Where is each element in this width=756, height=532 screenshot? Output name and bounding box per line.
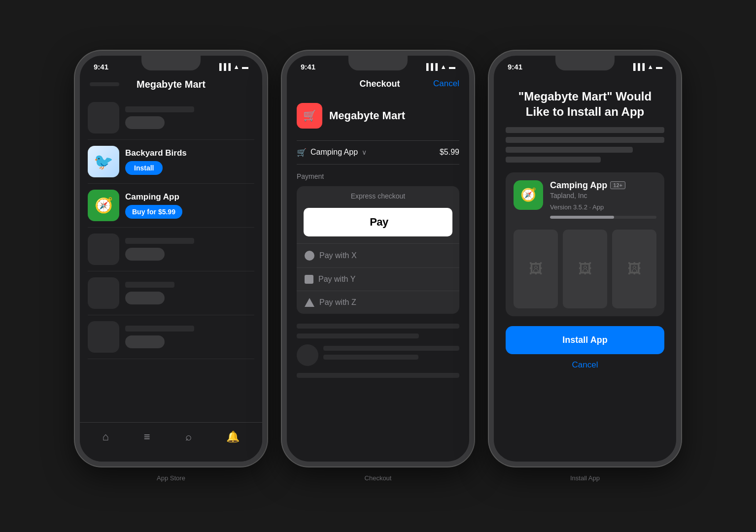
modal-ph-line-4 xyxy=(506,157,601,163)
battery-icon-3: ▬ xyxy=(656,63,662,70)
pay-x-label: Pay with X xyxy=(319,251,357,260)
backyard-birds-name: Backyard Birds xyxy=(125,148,254,158)
status-icons-1: ▐▐▐ ▲ ▬ xyxy=(217,63,248,70)
ph-line-4a xyxy=(125,326,194,332)
phone3-caption: Install App xyxy=(570,474,600,482)
pay-z-icon xyxy=(305,298,314,307)
ph-line-3a xyxy=(125,282,174,288)
app-row-backyard-birds: 🐦 Backyard Birds Install xyxy=(88,140,254,184)
signal-icon-3: ▐▐▐ xyxy=(631,63,645,70)
ph-lines-2 xyxy=(125,238,194,261)
camping-app-info: Camping App Buy for $5.99 xyxy=(125,192,254,219)
checkout-content: 🛒 Megabyte Mart 🛒 Camping App ∨ $5.99 Pa… xyxy=(287,95,469,391)
cancel-button-2[interactable]: Cancel xyxy=(433,79,459,89)
ph-lines-3 xyxy=(125,282,174,304)
pay-x-icon xyxy=(305,251,314,261)
checkout-title: Checkout xyxy=(360,79,400,89)
payment-box: Express checkout Pay Pay with X Pay with… xyxy=(297,186,459,314)
nav-bar-2: Checkout Cancel xyxy=(287,75,469,95)
tab-list[interactable]: ≡ xyxy=(144,431,150,443)
time-3: 9:41 xyxy=(508,63,522,71)
placeholder-row-4 xyxy=(88,315,254,359)
pay-z-label: Pay with Z xyxy=(319,298,356,307)
modal-ph-line-3 xyxy=(506,147,633,153)
apple-pay-text: Pay xyxy=(370,216,388,229)
ph-line-2b xyxy=(125,248,165,261)
modal-cancel-button[interactable]: Cancel xyxy=(506,360,664,370)
install-button[interactable]: Install xyxy=(125,161,163,175)
cart-icon: 🛒 xyxy=(297,148,307,157)
checkout-placeholder xyxy=(297,324,459,378)
cp-row-line-1 xyxy=(323,346,459,351)
modal-ph-line-1 xyxy=(506,127,664,133)
product-row: 🛒 Camping App ∨ $5.99 xyxy=(297,140,459,165)
cp-line-2 xyxy=(297,333,419,338)
app-card-info: Camping App 12+ Tapland, Inc Version 3.5… xyxy=(550,180,656,223)
app-card-rating-fill xyxy=(550,216,614,219)
cp-avatar xyxy=(297,344,318,366)
tab-home[interactable]: ⌂ xyxy=(102,431,108,443)
app-row-camping: 🧭 Camping App Buy for $5.99 xyxy=(88,184,254,228)
phone3: 9:41 ▐▐▐ ▲ ▬ "Megabyte Mart" Would Like … xyxy=(489,51,681,466)
phone1-caption: App Store xyxy=(157,474,185,482)
app-card-rating xyxy=(550,216,656,219)
tab-search[interactable]: ⌕ xyxy=(185,431,192,443)
phone1-wrapper: 9:41 ▐▐▐ ▲ ▬ Megabyte Mart xyxy=(75,51,267,482)
age-badge: 12+ xyxy=(610,181,625,189)
product-left: 🛒 Camping App ∨ xyxy=(297,148,367,157)
placeholder-row-3 xyxy=(88,271,254,315)
wifi-icon-2: ▲ xyxy=(440,63,447,70)
ph-icon-3 xyxy=(88,277,119,309)
ph-line-1b xyxy=(125,116,165,129)
time-2: 9:41 xyxy=(301,63,315,71)
product-name: Camping App xyxy=(310,148,358,157)
pay-option-z[interactable]: Pay with Z xyxy=(297,291,459,314)
backyard-birds-icon: 🐦 xyxy=(88,146,119,177)
modal-ph-lines xyxy=(506,127,664,163)
app-card: 🧭 Camping App 12+ Tapland, Inc Version 3… xyxy=(506,172,664,316)
app-card-header: 🧭 Camping App 12+ Tapland, Inc Version 3… xyxy=(514,180,656,223)
cp-row-lines xyxy=(323,346,459,365)
ph-icon-1 xyxy=(88,102,119,133)
dropdown-icon[interactable]: ∨ xyxy=(362,148,367,156)
ph-lines-4 xyxy=(125,326,194,348)
screenshots: 🖼 🖼 🖼 xyxy=(514,230,656,308)
status-icons-2: ▐▐▐ ▲ ▬ xyxy=(424,63,455,70)
product-price: $5.99 xyxy=(440,148,459,157)
signal-icon: ▐▐▐ xyxy=(217,63,231,70)
status-bar-1: 9:41 ▐▐▐ ▲ ▬ xyxy=(80,56,262,75)
modal-ph-line-2 xyxy=(506,137,664,143)
ph-line-2a xyxy=(125,238,194,244)
store-name: Megabyte Mart xyxy=(329,109,405,122)
pay-y-label: Pay with Y xyxy=(318,275,355,284)
pay-option-x[interactable]: Pay with X xyxy=(297,243,459,267)
phones-container: 9:41 ▐▐▐ ▲ ▬ Megabyte Mart xyxy=(75,51,681,482)
modal-title: "Megabyte Mart" Would Like to Install an… xyxy=(506,89,664,119)
camping-app-name: Camping App xyxy=(125,192,254,202)
store-header: 🛒 Megabyte Mart xyxy=(297,103,459,129)
buy-button[interactable]: Buy for $5.99 xyxy=(125,205,182,219)
ph-lines-1 xyxy=(125,106,194,129)
phone2: 9:41 ▐▐▐ ▲ ▬ Checkout Cancel 🛒 Megabyte … xyxy=(282,51,474,466)
back-button-1[interactable] xyxy=(90,82,119,86)
store-icon: 🛒 xyxy=(297,103,322,129)
cp-line-3 xyxy=(297,373,459,378)
camping-app-icon: 🧭 xyxy=(88,190,119,221)
express-label: Express checkout xyxy=(297,186,459,204)
nav-title-1: Megabyte Mart xyxy=(119,79,223,90)
ph-line-1a xyxy=(125,106,194,112)
ph-line-3b xyxy=(125,292,165,304)
cp-row-line-2 xyxy=(323,355,418,360)
cp-row xyxy=(297,344,459,366)
app-card-name-row: Camping App 12+ xyxy=(550,180,656,191)
tab-bell[interactable]: 🔔 xyxy=(226,431,240,443)
ph-line-4b xyxy=(125,335,165,348)
install-app-button[interactable]: Install App xyxy=(506,326,664,354)
wifi-icon-3: ▲ xyxy=(647,63,653,70)
pay-option-y[interactable]: Pay with Y xyxy=(297,267,459,291)
time-1: 9:41 xyxy=(94,63,108,71)
status-bar-2: 9:41 ▐▐▐ ▲ ▬ xyxy=(287,56,469,75)
ph-icon-4 xyxy=(88,321,119,353)
apple-pay-button[interactable]: Pay xyxy=(304,208,452,236)
ph-icon-2 xyxy=(88,233,119,265)
